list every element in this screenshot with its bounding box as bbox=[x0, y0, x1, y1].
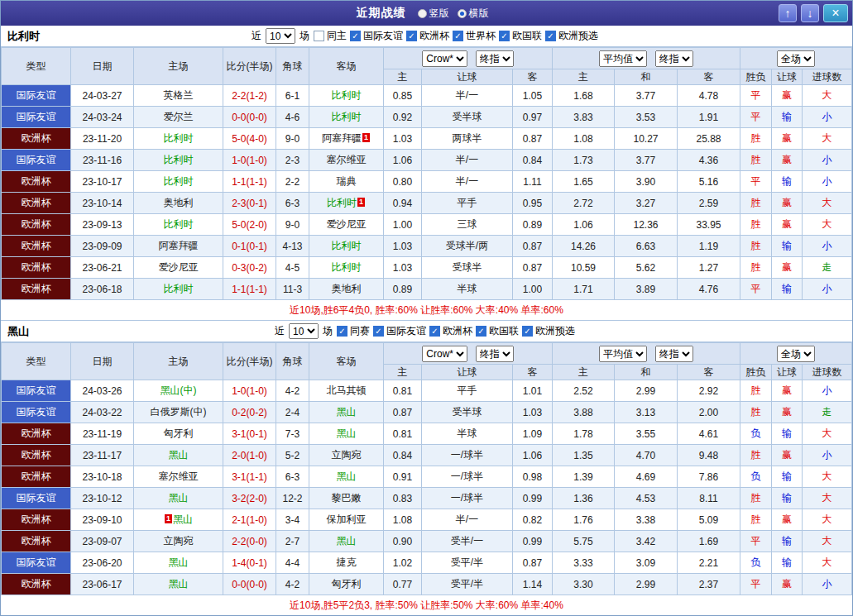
avg-draw: 2.99 bbox=[615, 574, 678, 595]
window-title: 近期战绩 bbox=[357, 6, 406, 21]
away-team-cell: 塞尔维亚 bbox=[309, 150, 384, 171]
avg-time-select[interactable]: 终指 bbox=[655, 50, 693, 67]
odds-source-select[interactable]: Crow* bbox=[422, 346, 467, 362]
filter-checkbox-欧国联[interactable]: ✓欧国联 bbox=[476, 324, 519, 338]
odds-home: 1.03 bbox=[384, 236, 422, 257]
avg-away: 4.36 bbox=[678, 150, 740, 171]
filter-checkbox-欧洲预选[interactable]: ✓欧洲预选 bbox=[522, 324, 575, 338]
odds-source-select[interactable]: Crow* bbox=[422, 50, 467, 67]
odds-handicap: 半/一 bbox=[422, 509, 513, 531]
corner-score: 2-3 bbox=[276, 150, 309, 171]
match-date: 23-09-09 bbox=[71, 236, 134, 257]
col-odds-away: 客 bbox=[513, 69, 553, 85]
odds-handicap: 半/一 bbox=[422, 85, 513, 107]
home-team-cell: 塞尔维亚 bbox=[134, 466, 223, 488]
away-team-cell: 北马其顿 bbox=[309, 380, 384, 402]
move-up-button[interactable]: ↑ bbox=[779, 4, 797, 22]
home-team-cell: 白俄罗斯(中) bbox=[134, 402, 223, 423]
filter-radio-竖版[interactable]: 竖版 bbox=[418, 7, 449, 21]
match-score: 3-1(1-1) bbox=[223, 466, 276, 488]
close-button[interactable]: × bbox=[823, 4, 848, 22]
filter-checkbox-同主[interactable]: 同主 bbox=[314, 29, 347, 43]
match-row: 欧洲杯23-09-101黑山2-1(1-0)3-4保加利亚1.08半/一0.82… bbox=[2, 509, 852, 531]
avg-home: 1.71 bbox=[553, 279, 615, 300]
avg-draw: 3.38 bbox=[615, 509, 678, 531]
odds-away: 0.87 bbox=[513, 552, 553, 574]
avg-away: 4.76 bbox=[678, 279, 740, 300]
filter-checkbox-国际友谊[interactable]: ✓国际友谊 bbox=[373, 324, 426, 338]
match-row: 国际友谊23-10-12黑山3-2(2-0)12-2黎巴嫩0.83一/球半0.9… bbox=[2, 488, 852, 509]
odds-handicap: 一/球半 bbox=[422, 466, 513, 488]
col-avg-away: 客 bbox=[678, 365, 740, 380]
team-name: 英格兰 bbox=[164, 89, 194, 101]
match-date: 23-10-14 bbox=[71, 193, 134, 214]
col-score: 比分(半场) bbox=[223, 343, 276, 380]
match-date: 23-09-07 bbox=[71, 531, 134, 552]
col-odds-home: 主 bbox=[384, 365, 422, 380]
odds-away: 1.11 bbox=[513, 171, 553, 193]
filter-radio-横版[interactable]: 横版 bbox=[458, 7, 489, 21]
match-date: 24-03-26 bbox=[71, 380, 134, 402]
odds-away: 0.87 bbox=[513, 128, 553, 150]
team-name: 立陶宛 bbox=[332, 449, 362, 461]
checkbox-icon bbox=[314, 31, 324, 41]
odds-time-select[interactable]: 终指 bbox=[476, 50, 514, 67]
team-name: 比利时 bbox=[164, 175, 194, 187]
odds-handicap: 平手 bbox=[422, 380, 513, 402]
avg-draw: 3.42 bbox=[615, 531, 678, 552]
match-date: 23-09-10 bbox=[71, 509, 134, 531]
match-count-select[interactable]: 10 bbox=[266, 28, 295, 44]
range-select[interactable]: 全场 bbox=[777, 50, 815, 67]
match-date: 23-10-18 bbox=[71, 466, 134, 488]
odds-away: 0.97 bbox=[513, 107, 553, 128]
odds-time-select[interactable]: 终指 bbox=[476, 346, 514, 362]
result-handicap: 输 bbox=[772, 236, 803, 257]
result-handicap: 赢 bbox=[772, 402, 803, 423]
match-count-select[interactable]: 10 bbox=[289, 323, 319, 339]
avg-source-select[interactable]: 平均值 bbox=[599, 50, 647, 67]
match-row: 国际友谊24-03-27英格兰2-2(1-2)6-1比利时0.85半/一1.05… bbox=[2, 85, 852, 107]
result-handicap: 赢 bbox=[772, 150, 803, 171]
team-name: 黑山 bbox=[337, 470, 357, 482]
match-row: 国际友谊24-03-24爱尔兰0-0(0-0)4-6比利时0.92受半球0.97… bbox=[2, 107, 852, 128]
avg-group-header: 平均值 终指 bbox=[553, 343, 740, 365]
filter-checkbox-欧洲预选[interactable]: ✓欧洲预选 bbox=[545, 29, 598, 43]
avg-source-select[interactable]: 平均值 bbox=[599, 346, 647, 362]
result-goals: 大 bbox=[803, 214, 852, 236]
move-down-button[interactable]: ↓ bbox=[801, 4, 819, 22]
filter-checkbox-世界杯[interactable]: ✓世界杯 bbox=[453, 29, 496, 43]
col-handicap: 让球 bbox=[422, 365, 513, 380]
filter-checkbox-欧洲杯[interactable]: ✓欧洲杯 bbox=[429, 324, 472, 338]
filter-checkbox-欧洲杯[interactable]: ✓欧洲杯 bbox=[406, 29, 449, 43]
filter-checkbox-国际友谊[interactable]: ✓国际友谊 bbox=[350, 29, 403, 43]
away-team-cell: 比利时 bbox=[309, 257, 384, 279]
result-goals: 小 bbox=[803, 150, 852, 171]
result-handicap: 赢 bbox=[772, 509, 803, 531]
team-name: 立陶宛 bbox=[164, 535, 194, 547]
odds-handicap: 一/球半 bbox=[422, 488, 513, 509]
result-win-lose: 胜 bbox=[740, 214, 772, 236]
match-row: 欧洲杯23-06-17黑山0-0(0-0)4-2匈牙利0.77受平/半1.143… bbox=[2, 574, 852, 595]
filter-bar: 近 10 场 ✓同赛✓国际友谊✓欧洲杯✓欧国联✓欧洲预选 bbox=[275, 323, 578, 339]
match-type-badge: 国际友谊 bbox=[2, 488, 71, 509]
match-score: 2-2(0-0) bbox=[223, 531, 276, 552]
match-row: 欧洲杯23-09-09阿塞拜疆0-1(0-1)4-13比利时1.03受球半/两0… bbox=[2, 236, 852, 257]
match-type-badge: 国际友谊 bbox=[2, 85, 71, 107]
odds-home: 0.81 bbox=[384, 423, 422, 445]
filter-checkbox-同赛[interactable]: ✓同赛 bbox=[337, 324, 370, 338]
avg-home: 1.06 bbox=[553, 214, 615, 236]
result-goals: 大 bbox=[803, 85, 852, 107]
corner-score: 4-2 bbox=[276, 380, 309, 402]
away-team-cell: 比利时 bbox=[309, 85, 384, 107]
unit-label: 场 bbox=[323, 324, 333, 338]
col-handicap: 让球 bbox=[422, 69, 513, 85]
avg-time-select[interactable]: 终指 bbox=[655, 346, 693, 362]
range-select[interactable]: 全场 bbox=[777, 346, 815, 362]
result-win-lose: 胜 bbox=[740, 445, 772, 466]
odds-away: 0.87 bbox=[513, 257, 553, 279]
match-score: 3-1(0-1) bbox=[223, 423, 276, 445]
match-date: 24-03-24 bbox=[71, 107, 134, 128]
filter-checkbox-欧国联[interactable]: ✓欧国联 bbox=[499, 29, 542, 43]
match-score: 2-2(1-2) bbox=[223, 85, 276, 107]
team-name: 捷克 bbox=[337, 556, 357, 568]
